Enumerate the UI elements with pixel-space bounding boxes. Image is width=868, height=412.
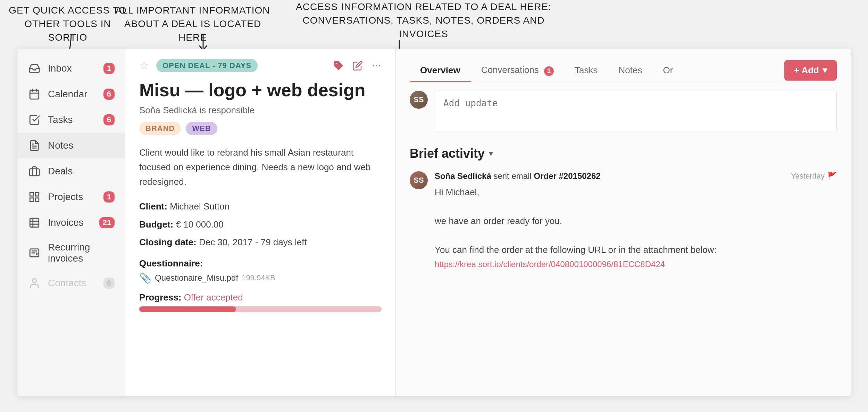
sidebar-calendar-label: Calendar xyxy=(48,89,103,100)
svg-point-16 xyxy=(32,279,36,282)
activity-timestamp: Yesterday 🚩 xyxy=(791,172,837,181)
activity-content: Soňa Sedlická sent email Order #20150262… xyxy=(435,171,837,272)
avatar-image: SS xyxy=(410,91,428,109)
deal-tags: BRAND WEB xyxy=(139,122,382,135)
deal-responsible: Soňa Sedlická is responsible xyxy=(139,105,382,116)
activity-sender: Soňa Sedlická sent email Order #20150262 xyxy=(435,171,601,181)
progress-bar-bg xyxy=(139,306,382,312)
update-area: SS xyxy=(410,91,837,132)
sidebar-tasks-badge: 6 xyxy=(103,114,115,125)
sidebar-item-deals[interactable]: Deals xyxy=(17,158,125,184)
progress-bar-fill xyxy=(139,306,236,312)
svg-rect-11 xyxy=(30,218,39,227)
tab-orders[interactable]: Or xyxy=(652,59,683,81)
sidebar-item-recurring-invoices[interactable]: Recurring invoices xyxy=(17,236,125,270)
main-container: Inbox 1 Calendar 6 xyxy=(17,49,851,396)
edit-icon[interactable] xyxy=(352,60,363,71)
svg-point-19 xyxy=(376,65,377,66)
brief-activity-header: Brief activity ▾ xyxy=(410,146,837,161)
deal-description: Client would like to rebrand his small A… xyxy=(139,146,382,189)
sidebar-inbox-label: Inbox xyxy=(48,63,103,74)
svg-rect-0 xyxy=(30,90,39,99)
update-input[interactable] xyxy=(435,91,837,132)
activity-avatar-image: SS xyxy=(410,171,428,189)
tag-icon[interactable] xyxy=(333,60,344,71)
recurring-invoices-icon xyxy=(28,246,41,259)
sidebar-notes-label: Notes xyxy=(48,140,115,151)
svg-point-20 xyxy=(379,65,380,66)
tag-brand[interactable]: BRAND xyxy=(139,122,181,135)
activity-item: SS Soňa Sedlická sent email Order #20150… xyxy=(410,171,837,272)
tab-notes[interactable]: Notes xyxy=(608,59,653,81)
sidebar-item-inbox[interactable]: Inbox 1 xyxy=(17,56,125,81)
sidebar-invoices-label: Invoices xyxy=(48,217,99,228)
star-icon[interactable]: ☆ xyxy=(139,59,149,72)
sidebar-contacts-badge: 6 xyxy=(103,278,115,289)
deal-budget: Budget: € 10 000.00 xyxy=(139,217,382,232)
notes-icon xyxy=(28,139,41,152)
sidebar-deals-label: Deals xyxy=(48,166,115,177)
sidebar-inbox-badge: 1 xyxy=(103,63,115,74)
conversations-badge: 1 xyxy=(544,66,554,76)
svg-rect-7 xyxy=(30,192,33,196)
svg-rect-10 xyxy=(30,198,33,201)
add-button[interactable]: + Add ▾ xyxy=(784,60,837,81)
annotation-left: GET QUICK ACCESS TO OTHER TOOLS IN SORTI… xyxy=(7,3,128,44)
deal-header: ☆ OPEN DEAL - 79 DAYS xyxy=(139,59,382,72)
sidebar-recurring-invoices-label: Recurring invoices xyxy=(48,242,115,264)
sidebar-item-notes[interactable]: Notes xyxy=(17,133,125,158)
deal-icons xyxy=(333,60,382,71)
sidebar-contacts-label: Contacts xyxy=(48,278,103,289)
progress-label: Progress: Offer accepted xyxy=(139,292,382,303)
deals-icon xyxy=(28,165,41,178)
activity-header-row: Soňa Sedlická sent email Order #20150262… xyxy=(435,171,837,181)
brief-activity-title: Brief activity xyxy=(410,146,485,161)
sidebar: Inbox 1 Calendar 6 xyxy=(17,49,125,396)
tabs-header: Overview Conversations 1 Tasks Notes Or … xyxy=(410,59,837,82)
svg-rect-9 xyxy=(35,198,39,201)
deal-client: Client: Michael Sutton xyxy=(139,199,382,214)
brief-activity-chevron-icon[interactable]: ▾ xyxy=(489,149,493,158)
activity-link[interactable]: https://krea.sort.io/clients/order/04080… xyxy=(435,259,665,269)
attachment-size: 199.94KB xyxy=(242,273,275,282)
tab-conversations[interactable]: Conversations 1 xyxy=(471,59,564,82)
annotation-center: ALL IMPORTANT INFORMATION ABOUT A DEAL I… xyxy=(115,3,271,44)
projects-icon xyxy=(28,190,41,204)
svg-rect-6 xyxy=(30,169,39,176)
sidebar-item-tasks[interactable]: Tasks 6 xyxy=(17,107,125,133)
tag-web[interactable]: WEB xyxy=(186,122,217,135)
sidebar-item-calendar[interactable]: Calendar 6 xyxy=(17,81,125,107)
tasks-icon xyxy=(28,113,41,126)
attachment[interactable]: 📎 Questionaire_Misu.pdf 199.94KB xyxy=(139,272,382,284)
sidebar-calendar-badge: 6 xyxy=(103,89,115,100)
progress-section: Progress: Offer accepted xyxy=(139,292,382,312)
sidebar-item-projects[interactable]: Projects 1 xyxy=(17,184,125,210)
calendar-icon xyxy=(28,88,41,101)
avatar: SS xyxy=(410,91,428,109)
add-chevron-icon: ▾ xyxy=(823,65,827,76)
tab-tasks[interactable]: Tasks xyxy=(564,59,608,81)
invoices-icon xyxy=(28,216,41,229)
sidebar-tasks-label: Tasks xyxy=(48,114,103,125)
more-icon[interactable] xyxy=(371,60,382,71)
sidebar-item-contacts[interactable]: Contacts 6 xyxy=(17,270,125,296)
activity-body: Hi Michael, we have an order ready for y… xyxy=(435,185,837,272)
questionnaire-title: Questionnaire: xyxy=(139,258,382,269)
flag-icon: 🚩 xyxy=(827,172,837,181)
right-panel: Overview Conversations 1 Tasks Notes Or … xyxy=(396,49,851,396)
attachment-icon: 📎 xyxy=(139,272,151,284)
sidebar-invoices-badge: 21 xyxy=(99,217,115,228)
activity-avatar: SS xyxy=(410,171,428,189)
middle-panel: ☆ OPEN DEAL - 79 DAYS xyxy=(125,49,396,396)
deal-title: Misu — logo + web design xyxy=(139,79,382,101)
tab-overview[interactable]: Overview xyxy=(410,59,471,81)
sidebar-item-invoices[interactable]: Invoices 21 xyxy=(17,210,125,236)
attachment-name: Questionaire_Misu.pdf xyxy=(155,273,238,283)
inbox-icon xyxy=(28,62,41,75)
svg-point-18 xyxy=(373,65,374,66)
svg-rect-8 xyxy=(35,192,39,196)
sidebar-projects-badge: 1 xyxy=(103,191,115,203)
open-deal-badge: OPEN DEAL - 79 DAYS xyxy=(156,59,258,72)
annotation-right: ACCESS INFORMATION RELATED TO A DEAL HER… xyxy=(285,0,562,41)
questionnaire-section: Questionnaire: 📎 Questionaire_Misu.pdf 1… xyxy=(139,258,382,284)
